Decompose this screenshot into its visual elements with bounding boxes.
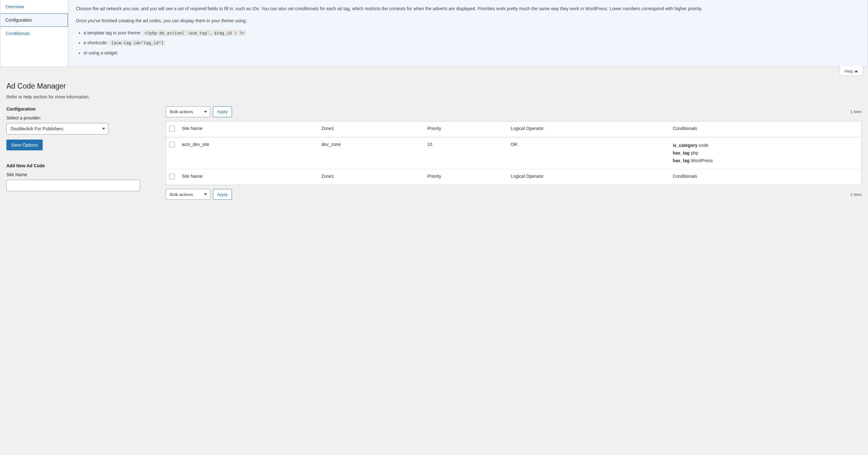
help-bullet-template-prefix: a template tag in your theme: bbox=[84, 30, 143, 35]
help-content: Choose the ad network you use, and you w… bbox=[68, 0, 710, 67]
cond-arg: php bbox=[691, 150, 698, 155]
col-header-priority[interactable]: Priority bbox=[424, 121, 507, 137]
page-body: Ad Code Manager Refer to help section fo… bbox=[0, 76, 868, 214]
bulk-actions-bottom-select[interactable]: Bulk actions bbox=[166, 189, 210, 200]
col-header-zone1[interactable]: Zone1 bbox=[318, 121, 424, 137]
help-code-shortcode: [acm-tag id="tag_id"] bbox=[109, 40, 165, 46]
help-tab-overview[interactable]: Overview bbox=[0, 0, 68, 13]
site-name-label: Site Name bbox=[6, 172, 153, 177]
cond-func: has_tag bbox=[673, 150, 689, 155]
cond-func: has_tag bbox=[673, 158, 689, 163]
col-footer-zone1[interactable]: Zone1 bbox=[318, 169, 424, 185]
site-name-input[interactable] bbox=[6, 180, 140, 191]
page-subtitle: Refer to help section for more informati… bbox=[6, 92, 862, 104]
help-code-template: <?php do_action( 'acm_tag', $tag_id ) ?> bbox=[143, 30, 246, 36]
col-header-site-name[interactable]: Site Name bbox=[179, 121, 318, 137]
help-tab-conditionals[interactable]: Conditionals bbox=[0, 27, 68, 40]
help-bullet-list: a template tag in your theme: <?php do_a… bbox=[76, 29, 702, 57]
page-title: Ad Code Manager bbox=[6, 79, 862, 92]
table-row: acm_dev_site dev_zone 10 OR is_category … bbox=[166, 137, 862, 169]
row-zone: dev_zone bbox=[318, 137, 424, 169]
col-header-conditionals[interactable]: Conditionals bbox=[670, 121, 861, 137]
help-tabs: Overview Configuration Conditionals bbox=[0, 0, 68, 67]
cond-func: is_category bbox=[673, 143, 698, 148]
row-site-name: acm_dev_site bbox=[179, 137, 318, 169]
help-bullet-shortcode: a shortcode: [acm-tag id="tag_id"] bbox=[84, 39, 702, 47]
apply-bottom-button[interactable]: Apply bbox=[213, 189, 232, 200]
cond-arg: code bbox=[699, 143, 708, 148]
help-bullet-widget: or using a widget. bbox=[84, 50, 702, 57]
help-outro-text: Once you've finished creating the ad cod… bbox=[76, 17, 702, 25]
help-intro-text: Choose the ad network you use, and you w… bbox=[76, 5, 702, 13]
col-footer-operator[interactable]: Logical Operator bbox=[507, 169, 670, 185]
add-new-heading: Add New Ad Code bbox=[6, 163, 153, 168]
select-all-top-checkbox[interactable] bbox=[169, 126, 175, 131]
row-conditionals: is_category code has_tag php has_tag Wor… bbox=[670, 137, 861, 169]
tablenav-bottom: Bulk actions Apply 1 item bbox=[166, 187, 862, 202]
config-heading: Configuration bbox=[6, 107, 153, 112]
help-panel: Overview Configuration Conditionals Choo… bbox=[0, 0, 868, 67]
col-footer-site-name[interactable]: Site Name bbox=[179, 169, 318, 185]
apply-top-button[interactable]: Apply bbox=[213, 107, 232, 117]
col-footer-priority[interactable]: Priority bbox=[424, 169, 507, 185]
col-header-operator[interactable]: Logical Operator bbox=[507, 121, 670, 137]
help-tab-configuration[interactable]: Configuration bbox=[0, 13, 68, 27]
ad-codes-table: Site Name Zone1 Priority Logical Operato… bbox=[166, 121, 862, 185]
right-column: Bulk actions Apply 1 item Site Name Zone… bbox=[166, 104, 862, 202]
select-all-bottom-checkbox[interactable] bbox=[169, 174, 175, 179]
help-bullet-shortcode-prefix: a shortcode: bbox=[84, 40, 109, 45]
help-bullet-template: a template tag in your theme: <?php do_a… bbox=[84, 29, 702, 37]
help-toggle-label: Help bbox=[844, 69, 853, 73]
bulk-actions-top-select[interactable]: Bulk actions bbox=[166, 107, 210, 117]
provider-label: Select a provider: bbox=[6, 115, 153, 120]
row-priority: 10 bbox=[424, 137, 507, 169]
save-options-button[interactable]: Save Options bbox=[6, 140, 43, 150]
caret-up-icon bbox=[854, 70, 858, 72]
help-toggle-button[interactable]: Help bbox=[840, 67, 863, 76]
row-operator: OR bbox=[507, 137, 670, 169]
item-count-bottom: 1 item bbox=[850, 192, 862, 197]
cond-arg: WordPress bbox=[691, 158, 713, 163]
provider-select[interactable]: Doubleclick For Publishers bbox=[6, 123, 108, 134]
tablenav-top: Bulk actions Apply 1 item bbox=[166, 104, 862, 119]
left-column: Configuration Select a provider: Doublec… bbox=[6, 104, 153, 191]
row-checkbox[interactable] bbox=[169, 142, 175, 148]
item-count-top: 1 item bbox=[850, 109, 862, 114]
col-footer-conditionals[interactable]: Conditionals bbox=[670, 169, 861, 185]
help-toggle-wrap: Help bbox=[0, 67, 868, 76]
